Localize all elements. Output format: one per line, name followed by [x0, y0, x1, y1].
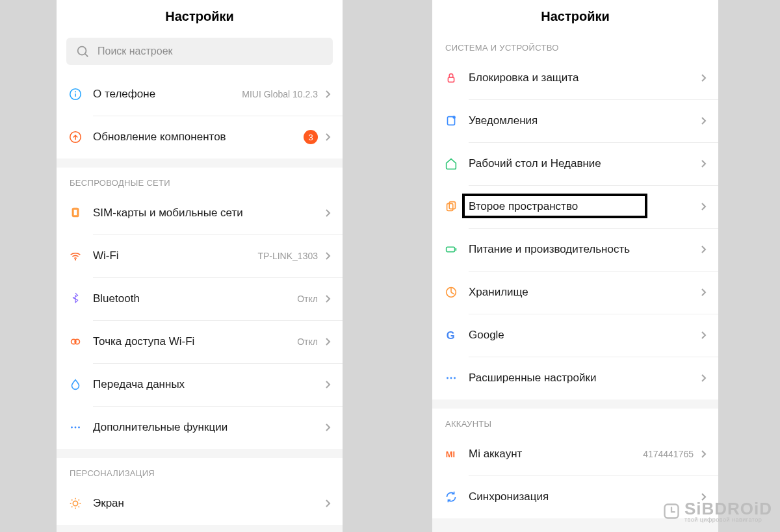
settings-item-value: MIUI Global 10.2.3 — [242, 89, 318, 99]
svg-line-19 — [72, 500, 72, 500]
settings-item-bt[interactable]: BluetoothОткл — [57, 277, 343, 320]
settings-item-label: Рабочий стол и Недавние — [469, 157, 694, 170]
settings-item-hotspot[interactable]: Точка доступа Wi-FiОткл — [57, 320, 343, 363]
group-header: БЕСПРОВОДНЫЕ СЕТИ — [57, 168, 343, 192]
storage-icon — [444, 285, 458, 299]
dual-icon — [444, 199, 458, 214]
dots-icon — [68, 420, 83, 435]
group-header: СИСТЕМА И УСТРОЙСТВО — [432, 32, 718, 57]
svg-point-0 — [78, 47, 86, 55]
group-top: О телефонеMIUI Global 10.2.3Обновление к… — [57, 73, 343, 158]
settings-group: АККАУНТЫMIMi аккаунт4174441765Синхрониза… — [432, 409, 718, 518]
settings-item-mi[interactable]: MIMi аккаунт4174441765 — [432, 433, 718, 475]
settings-item-label: Google — [469, 329, 694, 342]
chevron-right-icon — [324, 251, 331, 260]
google-icon: G — [444, 328, 458, 342]
hotspot-icon — [68, 335, 83, 349]
notif-icon — [444, 114, 458, 128]
svg-point-25 — [452, 116, 456, 119]
svg-rect-7 — [73, 209, 77, 216]
wifi-icon — [68, 249, 83, 263]
settings-item-update[interactable]: Обновление компонентов3 — [57, 116, 343, 158]
settings-item-about[interactable]: О телефонеMIUI Global 10.2.3 — [57, 73, 343, 116]
svg-text:MI: MI — [446, 450, 455, 459]
svg-line-22 — [72, 507, 72, 507]
settings-item-value: Откл — [297, 336, 318, 347]
svg-line-21 — [79, 500, 79, 500]
svg-point-33 — [450, 377, 452, 379]
chevron-right-icon — [700, 374, 707, 383]
phone-screenshot-left: Настройки Поиск настроек О телефонеMIUI … — [57, 0, 343, 532]
svg-point-3 — [75, 91, 76, 92]
settings-item-label: Хранилище — [469, 286, 694, 299]
settings-item-lock[interactable]: Блокировка и защита — [432, 57, 718, 99]
phone-screenshot-right: Настройки СИСТЕМА И УСТРОЙСТВОБлокировка… — [432, 0, 718, 532]
dots-icon — [444, 371, 458, 385]
chevron-right-icon — [700, 245, 707, 254]
svg-text:G: G — [447, 329, 455, 341]
svg-point-8 — [75, 259, 76, 260]
group-header: АККАУНТЫ — [432, 409, 718, 433]
chevron-right-icon — [700, 331, 707, 340]
chevron-right-icon — [700, 202, 707, 211]
svg-point-34 — [454, 377, 456, 379]
search-input[interactable]: Поиск настроек — [66, 38, 333, 65]
svg-rect-29 — [455, 248, 456, 251]
settings-item-label: Синхронизация — [469, 490, 694, 503]
settings-item-value: Откл — [297, 294, 318, 304]
settings-item-label: Питание и производительность — [469, 243, 694, 256]
chevron-right-icon — [324, 90, 331, 99]
settings-item-label: Точка доступа Wi-Fi — [93, 335, 291, 348]
settings-item-label: Передача данных — [93, 378, 318, 391]
settings-item-notif[interactable]: Уведомления — [432, 99, 718, 142]
settings-item-label: Wi-Fi — [93, 249, 251, 262]
settings-item-label: Mi аккаунт — [469, 448, 636, 461]
settings-item-morenet[interactable]: Дополнительные функции — [57, 406, 343, 449]
sim-icon — [68, 206, 83, 220]
page-title: Настройки — [57, 0, 343, 32]
settings-item-sync[interactable]: Синхронизация — [432, 475, 718, 518]
settings-item-value: TP-LINK_1303 — [257, 251, 318, 261]
settings-item-label: Уведомления — [469, 114, 694, 127]
svg-point-32 — [447, 377, 448, 379]
update-badge: 3 — [304, 130, 318, 144]
chevron-right-icon — [324, 294, 331, 303]
page-title: Настройки — [432, 0, 718, 32]
svg-rect-27 — [449, 202, 455, 209]
settings-item-data[interactable]: Передача данных — [57, 363, 343, 406]
settings-item-battery[interactable]: Питание и производительность — [432, 228, 718, 271]
settings-item-advanced[interactable]: Расширенные настройки — [432, 357, 718, 399]
chevron-right-icon — [700, 450, 707, 459]
settings-item-wifi[interactable]: Wi-FiTP-LINK_1303 — [57, 234, 343, 277]
settings-item-storage[interactable]: Хранилище — [432, 271, 718, 314]
settings-item-display[interactable]: Экран — [57, 482, 343, 525]
chevron-right-icon — [324, 209, 331, 218]
svg-rect-23 — [448, 77, 454, 82]
svg-point-11 — [71, 427, 73, 429]
info-icon — [68, 87, 83, 101]
settings-item-label: Блокировка и защита — [469, 71, 694, 84]
settings-item-label: Обновление компонентов — [93, 131, 298, 144]
settings-item-second[interactable]: Второе пространство — [432, 185, 718, 228]
group-header: ПЕРСОНАЛИЗАЦИЯ — [57, 458, 343, 482]
search-container: Поиск настроек — [57, 32, 343, 73]
settings-item-launcher[interactable]: Рабочий стол и Недавние — [432, 142, 718, 185]
svg-point-14 — [73, 501, 77, 505]
mi-icon: MI — [444, 447, 458, 461]
svg-line-20 — [79, 507, 79, 507]
settings-group: СИСТЕМА И УСТРОЙСТВОБлокировка и защитаУ… — [432, 32, 718, 399]
chevron-right-icon — [324, 380, 331, 389]
sync-icon — [444, 490, 458, 504]
settings-item-google[interactable]: GGoogle — [432, 314, 718, 357]
chevron-right-icon — [700, 159, 707, 168]
search-placeholder: Поиск настроек — [98, 45, 173, 57]
bt-icon — [68, 292, 83, 306]
settings-item-label: Дополнительные функции — [93, 421, 318, 434]
chevron-right-icon — [700, 73, 707, 82]
settings-item-label: Экран — [93, 497, 318, 510]
settings-item-sim[interactable]: SIM-карты и мобильные сети — [57, 192, 343, 234]
chevron-right-icon — [324, 423, 331, 432]
svg-point-12 — [75, 427, 77, 429]
svg-line-1 — [85, 54, 88, 57]
chevron-right-icon — [324, 133, 331, 142]
